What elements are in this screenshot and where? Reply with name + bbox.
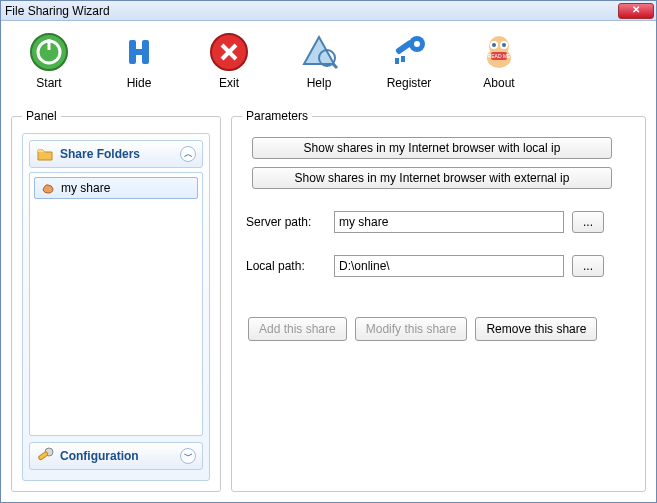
panel-title: Panel — [22, 109, 61, 123]
help-button[interactable]: Help — [289, 32, 349, 90]
share-folders-header[interactable]: Share Folders ︿ — [29, 140, 203, 168]
svg-text:READ ME: READ ME — [488, 53, 511, 59]
svg-rect-15 — [401, 56, 405, 62]
server-path-row: Server path: ... — [246, 211, 635, 233]
register-label: Register — [387, 76, 432, 90]
local-path-browse[interactable]: ... — [572, 255, 604, 277]
share-folders-label: Share Folders — [60, 147, 140, 161]
svg-rect-25 — [38, 451, 48, 460]
svg-rect-5 — [131, 49, 147, 55]
tree-item-label: my share — [61, 181, 110, 195]
server-path-input[interactable] — [334, 211, 564, 233]
close-button[interactable]: ✕ — [618, 3, 654, 19]
svg-point-20 — [492, 43, 496, 47]
about-icon: READ ME — [479, 32, 519, 72]
show-local-button[interactable]: Show shares in my Internet browser with … — [252, 137, 612, 159]
share-tree: my share — [29, 172, 203, 436]
modify-share-button: Modify this share — [355, 317, 468, 341]
register-button[interactable]: Register — [379, 32, 439, 90]
toolbar: Start Hide Exit Help — [1, 21, 656, 101]
local-path-input[interactable] — [334, 255, 564, 277]
hide-icon — [119, 32, 159, 72]
panel-fieldset: Panel Share Folders ︿ my share — [11, 109, 221, 492]
svg-point-21 — [502, 43, 506, 47]
parameters-fieldset: Parameters Show shares in my Internet br… — [231, 109, 646, 492]
remove-share-button[interactable]: Remove this share — [475, 317, 597, 341]
parameters-title: Parameters — [242, 109, 312, 123]
start-label: Start — [36, 76, 61, 90]
action-buttons: Add this share Modify this share Remove … — [248, 317, 635, 341]
key-icon — [389, 32, 429, 72]
wrench-icon — [36, 447, 54, 465]
folder-icon — [36, 145, 54, 163]
local-path-row: Local path: ... — [246, 255, 635, 277]
exit-icon — [209, 32, 249, 72]
content: Panel Share Folders ︿ my share — [1, 101, 656, 502]
hand-icon — [41, 181, 55, 195]
help-label: Help — [307, 76, 332, 90]
titlebar: File Sharing Wizard ✕ — [1, 1, 656, 21]
svg-rect-14 — [395, 58, 399, 64]
add-share-button: Add this share — [248, 317, 347, 341]
svg-point-12 — [414, 41, 420, 47]
svg-line-10 — [332, 63, 337, 68]
configuration-label: Configuration — [60, 449, 139, 463]
window: File Sharing Wizard ✕ Start Hide — [0, 0, 657, 503]
exit-button[interactable]: Exit — [199, 32, 259, 90]
power-icon — [29, 32, 69, 72]
start-button[interactable]: Start — [19, 32, 79, 90]
server-path-browse[interactable]: ... — [572, 211, 604, 233]
exit-label: Exit — [219, 76, 239, 90]
chevron-down-icon: ﹀ — [180, 448, 196, 464]
configuration-header[interactable]: Configuration ﹀ — [29, 442, 203, 470]
server-path-label: Server path: — [246, 215, 326, 229]
hide-label: Hide — [127, 76, 152, 90]
about-label: About — [483, 76, 514, 90]
local-path-label: Local path: — [246, 259, 326, 273]
help-icon — [299, 32, 339, 72]
hide-button[interactable]: Hide — [109, 32, 169, 90]
tree-item[interactable]: my share — [34, 177, 198, 199]
show-external-button[interactable]: Show shares in my Internet browser with … — [252, 167, 612, 189]
panel-inner: Share Folders ︿ my share — [22, 133, 210, 481]
window-title: File Sharing Wizard — [5, 4, 110, 18]
about-button[interactable]: READ ME About — [469, 32, 529, 90]
chevron-up-icon: ︿ — [180, 146, 196, 162]
